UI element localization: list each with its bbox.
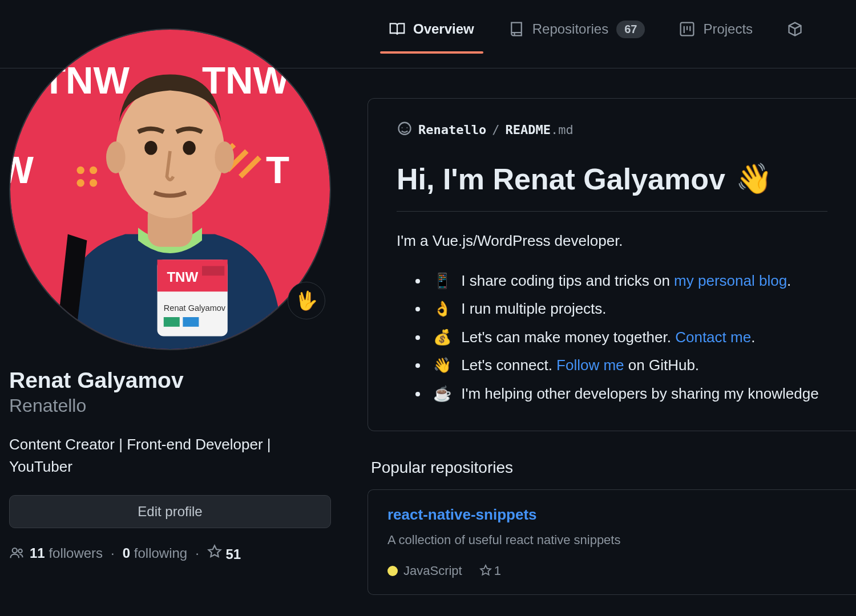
svg-rect-22 — [164, 317, 180, 327]
readme-path-file: README — [505, 123, 550, 137]
followers-count: 11 — [30, 545, 45, 561]
repo-stars-count: 1 — [494, 564, 501, 578]
readme-list-item: 👋 Let's connect. Follow me on GitHub. — [429, 351, 827, 379]
tab-repositories[interactable]: Repositories 67 — [504, 15, 650, 54]
svg-text:W: W — [10, 148, 34, 191]
stars-link[interactable]: 51 — [207, 544, 241, 562]
repo-description: A collection of useful react native snip… — [387, 533, 837, 548]
readme-intro: I'm a Vue.js/WordPress developer. — [397, 232, 827, 250]
readme-heading: Hi, I'm Renat Galyamov 👋 — [397, 161, 827, 212]
tab-projects-label: Projects — [703, 21, 753, 37]
profile-tabs: Overview Repositories 67 Projects — [365, 0, 856, 68]
tab-overview[interactable]: Overview — [385, 15, 479, 53]
tab-overview-label: Overview — [413, 21, 474, 37]
svg-point-16 — [183, 141, 195, 155]
separator-dot: · — [108, 545, 117, 561]
repo-name-link[interactable]: react-native-snippets — [387, 506, 537, 523]
profile-names: Renat Galyamov Renatello — [9, 367, 331, 416]
list-text-after: on GitHub. — [624, 356, 700, 374]
list-text: I run multiple projects. — [461, 300, 606, 317]
following-count: 0 — [123, 545, 130, 561]
list-text: I share coding tips and tricks on — [461, 272, 674, 289]
svg-rect-23 — [183, 317, 199, 327]
status-emoji: 🖖 — [295, 290, 318, 311]
svg-point-15 — [144, 141, 157, 155]
svg-text:T: T — [266, 148, 289, 191]
svg-point-7 — [76, 167, 84, 174]
repositories-count: 67 — [616, 21, 645, 38]
bio: Content Creator | Front-end Developer | … — [9, 433, 331, 478]
main-content: Renatello / README.md Hi, I'm Renat Galy… — [365, 98, 856, 595]
tab-repositories-label: Repositories — [532, 21, 608, 37]
status-badge[interactable]: 🖖 — [288, 282, 325, 319]
svg-point-14 — [215, 141, 234, 173]
svg-point-9 — [76, 179, 84, 187]
project-icon — [679, 21, 695, 37]
repo-card: react-native-snippets A collection of us… — [368, 489, 856, 595]
svg-text:Renat Galyamov: Renat Galyamov — [164, 303, 226, 313]
avatar-image: TNW TNW W T — [10, 30, 330, 349]
svg-point-12 — [116, 84, 224, 218]
list-text: Let's connect. — [461, 356, 556, 374]
package-icon — [787, 21, 803, 37]
list-text-after: . — [787, 272, 791, 289]
repo-icon — [508, 21, 524, 37]
link-personal-blog[interactable]: my personal blog — [674, 272, 787, 289]
profile-sidebar: TNW TNW W T — [9, 29, 331, 562]
separator-dot: · — [193, 545, 201, 561]
list-text: I'm helping other developers by sharing … — [461, 385, 818, 402]
readme-list-item: 📱 I share coding tips and tricks on my p… — [429, 267, 827, 295]
emoji-phone: 📱 — [433, 272, 451, 289]
tab-projects[interactable]: Projects — [675, 15, 757, 53]
display-name: Renat Galyamov — [9, 367, 331, 394]
readme-heading-text: Hi, I'm Renat Galyamov — [397, 162, 725, 196]
link-contact-me[interactable]: Contact me — [675, 329, 751, 346]
tab-packages[interactable] — [782, 15, 803, 53]
svg-text:TNW: TNW — [167, 269, 198, 285]
readme-path-sep: / — [492, 123, 499, 137]
username: Renatello — [9, 395, 331, 416]
readme-box: Renatello / README.md Hi, I'm Renat Galy… — [368, 98, 856, 431]
emoji-ok: 👌 — [433, 300, 451, 317]
svg-rect-20 — [202, 266, 224, 275]
svg-text:TNW: TNW — [202, 59, 290, 102]
emoji-wave: 👋 — [433, 356, 451, 374]
book-icon — [389, 21, 405, 37]
stars-count: 51 — [226, 546, 241, 562]
star-icon — [207, 544, 222, 559]
svg-point-8 — [90, 167, 97, 174]
readme-list-item: 👌 I run multiple projects. — [429, 295, 827, 323]
wave-emoji: 👋 — [736, 161, 773, 196]
following-link[interactable]: 0 following — [123, 545, 187, 561]
readme-list: 📱 I share coding tips and tricks on my p… — [397, 267, 827, 408]
followers-label: followers — [49, 545, 103, 561]
svg-point-24 — [13, 548, 17, 553]
smiley-icon — [397, 121, 413, 137]
list-text: Let's can make money together. — [461, 329, 675, 346]
repo-stars-link[interactable]: 1 — [479, 564, 501, 578]
svg-point-10 — [90, 179, 97, 187]
people-icon — [9, 546, 24, 561]
emoji-money: 💰 — [433, 329, 451, 346]
svg-point-25 — [18, 549, 22, 553]
readme-path-user: Renatello — [418, 123, 486, 137]
star-icon — [479, 564, 492, 577]
following-label: following — [134, 545, 187, 561]
avatar[interactable]: TNW TNW W T — [9, 29, 331, 350]
repo-language: JavaScript — [387, 564, 462, 578]
svg-point-13 — [106, 141, 126, 173]
repo-meta: JavaScript 1 — [387, 564, 837, 578]
list-text-after: . — [751, 329, 755, 346]
profile-stats: 11 followers · 0 following · 51 — [9, 544, 331, 562]
svg-text:TNW: TNW — [42, 59, 130, 102]
readme-list-item: 💰 Let's can make money together. Contact… — [429, 323, 827, 351]
edit-profile-button[interactable]: Edit profile — [9, 495, 331, 528]
popular-repos-heading: Popular repositories — [371, 459, 856, 477]
link-follow-me[interactable]: Follow me — [556, 356, 624, 374]
language-color-dot — [387, 566, 398, 576]
emoji-coffee: ☕ — [433, 385, 451, 402]
readme-path: Renatello / README.md — [397, 121, 827, 137]
readme-path-ext: .md — [551, 123, 574, 137]
followers-link[interactable]: 11 followers — [30, 545, 103, 561]
readme-list-item: ☕ I'm helping other developers by sharin… — [429, 380, 827, 408]
